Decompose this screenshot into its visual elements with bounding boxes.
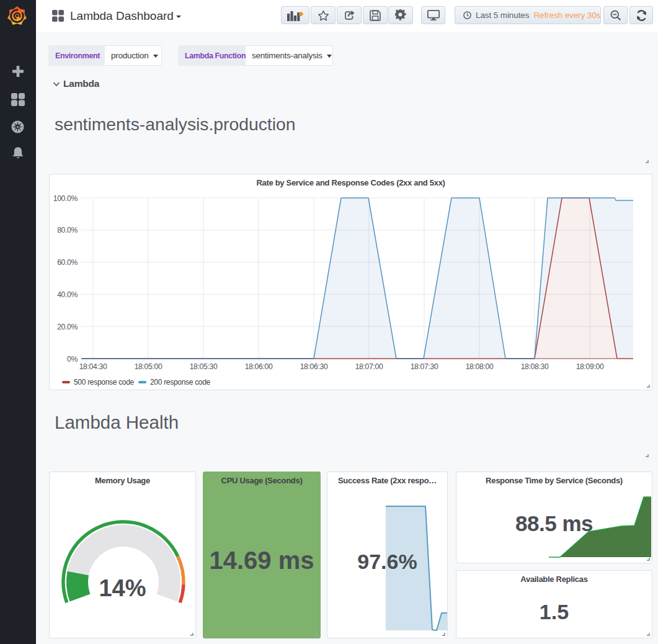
svg-text:40.0%: 40.0% [57,290,78,299]
svg-text:100.0%: 100.0% [53,194,78,203]
svg-text:0%: 0% [67,355,78,364]
svg-text:18:08:30: 18:08:30 [521,362,549,371]
svg-text:20.0%: 20.0% [57,323,78,331]
svg-text:18:08:00: 18:08:00 [466,362,494,371]
svg-text:18:05:30: 18:05:30 [190,362,218,371]
svg-text:18:07:30: 18:07:30 [411,362,438,371]
svg-text:18:06:00: 18:06:00 [245,362,273,371]
svg-text:80.0%: 80.0% [57,226,78,235]
svg-text:18:05:00: 18:05:00 [135,362,162,371]
svg-text:18:04:30: 18:04:30 [79,362,107,371]
svg-text:60.0%: 60.0% [57,258,78,267]
svg-text:18:09:00: 18:09:00 [576,362,604,371]
svg-text:18:07:00: 18:07:00 [355,362,383,371]
svg-text:18:06:30: 18:06:30 [300,362,328,371]
